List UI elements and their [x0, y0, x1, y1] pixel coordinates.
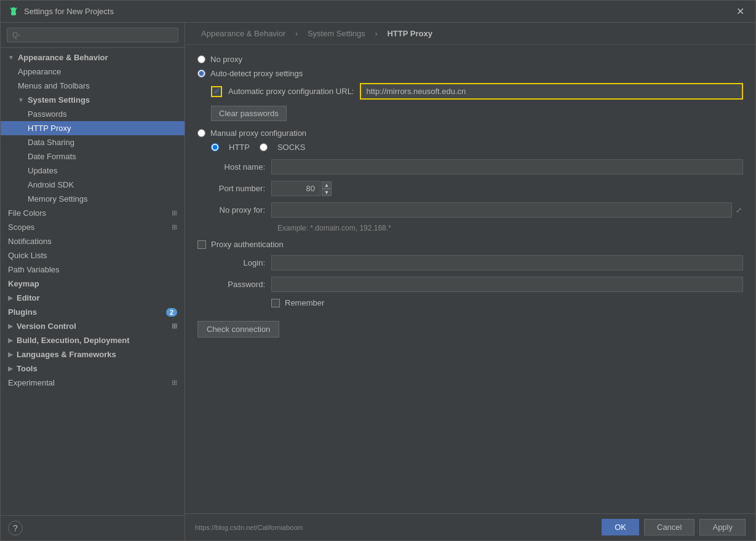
login-row: Login: [197, 255, 743, 270]
proxy-auth-checkbox[interactable] [197, 240, 206, 249]
sidebar-item-menus-toolbars[interactable]: Menus and Toolbars [1, 79, 185, 93]
login-input[interactable] [271, 255, 743, 270]
sidebar-label: Data Sharing [28, 138, 74, 147]
check-connection-button[interactable]: Check connection [197, 321, 279, 338]
sidebar-item-http-proxy[interactable]: HTTP Proxy [1, 121, 185, 135]
sidebar-item-android-sdk[interactable]: Android SDK [1, 178, 185, 192]
no-proxy-label: No proxy [210, 55, 242, 64]
sidebar-item-notifications[interactable]: Notifications [1, 234, 185, 248]
breadcrumb: Appearance & Behavior › System Settings … [185, 23, 755, 45]
copy-icon: ⊞ [172, 223, 177, 231]
url-row: Automatic proxy configuration URL: [211, 83, 743, 100]
breadcrumb-part1: Appearance & Behavior [201, 29, 285, 38]
sidebar-item-tools[interactable]: Tools [1, 361, 185, 376]
plugins-badge: 2 [166, 308, 177, 317]
login-label: Login: [197, 258, 271, 267]
example-text: Example: *.domain.com, 192.168.* [277, 224, 743, 232]
manual-proxy-option[interactable]: Manual proxy configuration [197, 128, 743, 138]
no-proxy-wrapper: ⤢ [271, 202, 743, 218]
sidebar-item-scopes[interactable]: Scopes ⊞ [1, 220, 185, 234]
port-up-button[interactable]: ▲ [322, 181, 332, 189]
search-input[interactable] [7, 28, 178, 42]
apply-button[interactable]: Apply [699, 519, 746, 535]
password-input[interactable] [271, 277, 743, 292]
no-proxy-option[interactable]: No proxy [197, 55, 743, 64]
content-area: Appearance & Behavior › System Settings … [185, 23, 755, 540]
sidebar-item-editor[interactable]: Editor [1, 291, 185, 305]
auto-url-label: Automatic proxy configuration URL: [228, 87, 354, 96]
clear-passwords-row: Clear passwords [211, 106, 743, 121]
close-button[interactable]: ✕ [733, 4, 748, 18]
port-down-button[interactable]: ▼ [322, 189, 332, 196]
auto-url-checkbox[interactable] [211, 86, 222, 97]
socks-radio[interactable] [260, 143, 268, 151]
breadcrumb-part2: System Settings [308, 29, 365, 38]
port-number-input[interactable] [271, 181, 320, 196]
sidebar-label: Menus and Toolbars [18, 81, 90, 90]
sidebar-label: Version Control [17, 322, 76, 331]
clear-passwords-button[interactable]: Clear passwords [211, 106, 287, 121]
search-box [1, 23, 185, 48]
sidebar-item-updates[interactable]: Updates [1, 164, 185, 178]
check-connection-wrapper: Check connection [197, 315, 743, 338]
port-number-label: Port number: [197, 184, 271, 193]
sidebar-item-file-colors[interactable]: File Colors ⊞ [1, 206, 185, 220]
host-name-label: Host name: [197, 162, 271, 172]
copy-icon: ⊞ [172, 379, 177, 387]
bottom-bar: https://blog.csdn.net/Californiaboom OK … [185, 513, 755, 540]
manual-proxy-radio[interactable] [197, 129, 205, 137]
no-proxy-for-input[interactable] [271, 202, 732, 218]
copy-icon: ⊞ [172, 209, 177, 217]
title-bar: Settings for New Projects ✕ [1, 1, 755, 23]
sidebar-item-system-settings[interactable]: System Settings [1, 93, 185, 107]
sidebar-item-quick-lists[interactable]: Quick Lists [1, 248, 185, 263]
sidebar-item-memory-settings[interactable]: Memory Settings [1, 192, 185, 206]
sidebar-label: Editor [17, 293, 40, 302]
sidebar-label: Appearance & Behavior [18, 53, 108, 62]
sidebar-label: Tools [17, 364, 38, 373]
svg-point-0 [11, 7, 16, 12]
sidebar-label: Appearance [18, 67, 61, 76]
http-radio[interactable] [211, 143, 219, 151]
auto-detect-radio[interactable] [197, 69, 205, 77]
sidebar-item-keymap[interactable]: Keymap [1, 277, 185, 291]
sidebar-label: Android SDK [28, 180, 74, 189]
cancel-button[interactable]: Cancel [644, 519, 694, 535]
sidebar-item-appearance-behavior[interactable]: Appearance & Behavior [1, 50, 185, 65]
sidebar-item-build[interactable]: Build, Execution, Deployment [1, 333, 185, 347]
breadcrumb-current: HTTP Proxy [387, 29, 432, 38]
sidebar-label: Languages & Frameworks [17, 350, 116, 359]
remember-row: Remember [271, 298, 743, 307]
sidebar-item-date-formats[interactable]: Date Formats [1, 149, 185, 164]
sidebar-item-passwords[interactable]: Passwords [1, 107, 185, 121]
sidebar: Appearance & Behavior Appearance Menus a… [1, 23, 185, 540]
auto-detect-section: Automatic proxy configuration URL: Clear… [211, 83, 743, 121]
remember-checkbox[interactable] [271, 299, 280, 307]
android-icon [8, 6, 19, 17]
sidebar-item-data-sharing[interactable]: Data Sharing [1, 135, 185, 149]
socks-label: SOCKS [277, 143, 306, 152]
proxy-auth-label: Proxy authentication [211, 240, 284, 249]
proxy-auth-row[interactable]: Proxy authentication [197, 240, 743, 249]
sidebar-item-languages[interactable]: Languages & Frameworks [1, 347, 185, 361]
sidebar-item-plugins[interactable]: Plugins 2 [1, 305, 185, 319]
host-name-input[interactable] [271, 159, 743, 175]
help-button[interactable]: ? [8, 521, 23, 535]
window-title: Settings for New Projects [24, 7, 114, 16]
ok-button[interactable]: OK [602, 519, 639, 535]
sidebar-label: System Settings [28, 95, 90, 105]
svg-rect-1 [11, 12, 16, 15]
port-spinner: ▲ ▼ [322, 181, 332, 196]
expand-button[interactable]: ⤢ [734, 205, 743, 216]
protocol-row: HTTP SOCKS [211, 143, 743, 152]
auto-detect-option[interactable]: Auto-detect proxy settings [197, 69, 743, 78]
sidebar-label: Plugins [8, 307, 37, 317]
sidebar-item-path-variables[interactable]: Path Variables [1, 263, 185, 277]
auto-url-input[interactable] [360, 83, 743, 100]
no-proxy-radio[interactable] [197, 55, 205, 63]
sidebar-item-version-control[interactable]: Version Control ⊞ [1, 319, 185, 333]
settings-window: Settings for New Projects ✕ Appearance &… [0, 0, 756, 541]
auto-detect-label: Auto-detect proxy settings [210, 69, 303, 78]
sidebar-item-appearance[interactable]: Appearance [1, 65, 185, 79]
sidebar-item-experimental[interactable]: Experimental ⊞ [1, 376, 185, 390]
